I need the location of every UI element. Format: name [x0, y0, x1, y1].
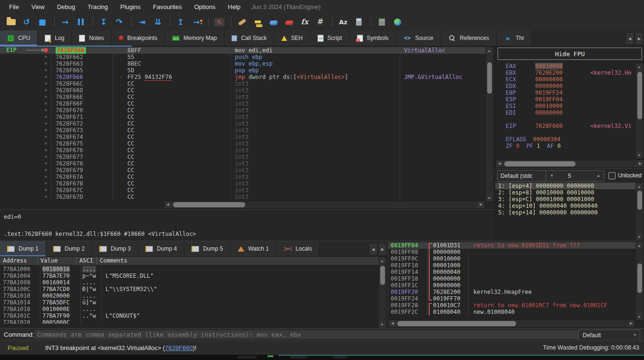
step-out-button[interactable]: ↥: [173, 16, 188, 28]
scroll-thumb[interactable]: [637, 72, 642, 119]
scroll-down-icon[interactable]: ▼: [636, 234, 643, 240]
disasm-row[interactable]: 7628F679CCint3: [0, 167, 486, 174]
tab-notes[interactable]: Notes: [72, 30, 111, 46]
disasm-row[interactable]: 7628F6655Dpop ebp: [0, 67, 486, 74]
step-over-button[interactable]: ↷: [112, 16, 126, 28]
breakpoint-gutter[interactable]: [0, 167, 51, 174]
disasm-row[interactable]: 7628F676CCint3: [0, 147, 486, 154]
tab-scroll-right-icon[interactable]: ▶: [635, 32, 644, 45]
scroll-down-icon[interactable]: ▼: [486, 195, 492, 201]
breakpoint-gutter[interactable]: [0, 147, 51, 154]
tab-call-stack[interactable]: Call Stack: [224, 30, 274, 46]
tab-scroll-left-icon[interactable]: ◀: [369, 243, 377, 255]
dump-row[interactable]: 77BA100477BA7E70p~°wL"MSCOREE.DLL": [0, 272, 379, 279]
tab-dump-4[interactable]: Dump 4: [138, 241, 184, 256]
breakpoint-gutter[interactable]: [0, 67, 51, 74]
stack-row[interactable]: 0019FF28010010C7return to new.010010C7 f…: [388, 302, 635, 309]
register-row[interactable]: ECX00000000: [495, 76, 636, 83]
tab-log[interactable]: Log: [38, 30, 72, 46]
globe-button[interactable]: [390, 16, 404, 28]
tab-source[interactable]: <>Source: [396, 30, 441, 46]
scroll-left-icon[interactable]: ◀: [496, 160, 503, 167]
disasm-vscrollbar[interactable]: ▲ ▼: [485, 47, 494, 202]
menu-item-options[interactable]: Options: [188, 0, 221, 13]
bookmarks-button[interactable]: [282, 16, 296, 28]
dump-row[interactable]: 77BA101477BA5DFCü]°w: [0, 299, 379, 306]
disasm-row[interactable]: 7628F673CCint3: [0, 127, 486, 134]
spin-up-icon[interactable]: ▲: [596, 171, 600, 181]
gutter-dot-icon[interactable]: [45, 76, 47, 78]
tab-thr[interactable]: »Thr: [497, 30, 532, 46]
gutter-dot-icon[interactable]: [45, 109, 47, 111]
stack-row[interactable]: 0019FF207628E200kernel32.HeapFree: [388, 289, 635, 295]
gutter-dot-icon[interactable]: [45, 189, 47, 191]
stack-row[interactable]: 0019FF0C00010000: [388, 255, 635, 262]
stack-row[interactable]: 0019FF0800000000: [388, 249, 635, 255]
disasm-row[interactable]: 7628F671CCint3: [0, 114, 486, 120]
gutter-dot-icon[interactable]: [45, 56, 47, 58]
scroll-right-icon[interactable]: ▶: [637, 160, 644, 167]
argument-row[interactable]: 3: [esp+C] 00001000 00001000: [495, 196, 636, 203]
comments-button[interactable]: [250, 16, 265, 28]
argument-row[interactable]: 1: [esp+4] 00000000 00000000: [495, 183, 636, 189]
gutter-dot-icon[interactable]: [45, 175, 47, 178]
disasm-row[interactable]: 7628F66DCCint3: [0, 87, 486, 94]
args-count-spinner[interactable]: ▼ 5 ▲: [546, 170, 605, 182]
scroll-thumb[interactable]: [380, 266, 385, 285]
scroll-left-icon[interactable]: ◀: [389, 320, 396, 327]
disasm-row[interactable]: 7628F67DCCint3: [0, 194, 486, 200]
seh-chain-button[interactable]: S: [212, 16, 226, 28]
disasm-row[interactable]: 7628F6638BECmov ebp,esp: [0, 60, 486, 67]
breakpoint-gutter[interactable]: [0, 187, 51, 194]
disasm-row[interactable]: 7628F66255push ebp: [0, 54, 486, 60]
dump-row[interactable]: 77BA100800160014....: [0, 279, 379, 286]
register-row[interactable]: ESP0019FF04: [495, 96, 636, 103]
breakpoint-gutter[interactable]: [0, 114, 51, 120]
stack-row[interactable]: 0019FF240019FF70: [388, 295, 635, 302]
scroll-down-icon[interactable]: ▼: [636, 313, 643, 320]
dump-vscrollbar[interactable]: ▲ ▼: [378, 257, 387, 328]
menu-item-favourites[interactable]: Favourites: [147, 0, 188, 13]
menu-item-debug[interactable]: Debug: [51, 0, 81, 13]
gutter-dot-icon[interactable]: [45, 122, 47, 125]
tab-dump-5[interactable]: Dump 5: [184, 241, 231, 256]
gutter-dot-icon[interactable]: [45, 136, 47, 138]
gutter-dot-icon[interactable]: [45, 116, 47, 118]
gutter-dot-icon[interactable]: [45, 162, 47, 165]
breakpoint-gutter[interactable]: [0, 107, 51, 114]
command-profile-select[interactable]: Default ▼: [578, 330, 640, 341]
tab-references[interactable]: References: [441, 30, 497, 46]
register-row[interactable]: EFLAGS00000304: [495, 136, 636, 143]
register-row[interactable]: EDI00000000: [495, 109, 636, 116]
gutter-dot-icon[interactable]: [45, 195, 47, 198]
dump-row[interactable]: 77BA100000180016....: [0, 266, 379, 272]
breakpoint-gutter[interactable]: [0, 127, 51, 134]
run-button[interactable]: →: [58, 16, 72, 28]
disasm-row[interactable]: 7628F675CCint3: [0, 140, 486, 147]
tab-dump-2[interactable]: Dump 2: [46, 241, 92, 256]
step-into-button[interactable]: ↧: [96, 16, 111, 28]
open-file-button[interactable]: [4, 16, 18, 28]
registers-hscrollbar[interactable]: ◀ ▶: [496, 160, 644, 168]
tab-seh[interactable]: SEH: [274, 30, 310, 46]
unlocked-checkbox[interactable]: [608, 172, 615, 179]
dump-row[interactable]: 77BA101000020000....: [0, 292, 379, 299]
tab-watch-1[interactable]: Watch 1: [231, 241, 277, 256]
breakpoint-gutter[interactable]: [0, 80, 51, 87]
disasm-row[interactable]: 7628F66FCCint3: [0, 100, 486, 107]
scroll-thumb[interactable]: [173, 202, 245, 207]
font-button[interactable]: Az: [336, 16, 350, 28]
menu-item-view[interactable]: View: [25, 0, 51, 13]
run-to-user-code-button[interactable]: ⇥: [135, 16, 149, 28]
stack-row[interactable]: 0019FF2C01008040new.01008040: [388, 309, 635, 315]
breakpoint-gutter[interactable]: [0, 74, 51, 80]
menu-item-help[interactable]: Help: [221, 0, 247, 13]
argument-row[interactable]: 4: [esp+10] 00000040 00000040: [495, 203, 636, 209]
tab-symbols[interactable]: Symbols: [350, 30, 396, 46]
breakpoint-gutter[interactable]: [0, 134, 51, 140]
breakpoint-gutter[interactable]: [0, 194, 51, 200]
status-address-link[interactable]: 7628F660: [165, 344, 193, 351]
breakpoint-gutter[interactable]: [0, 140, 51, 147]
command-input[interactable]: [34, 330, 586, 340]
scroll-thumb[interactable]: [504, 161, 576, 166]
